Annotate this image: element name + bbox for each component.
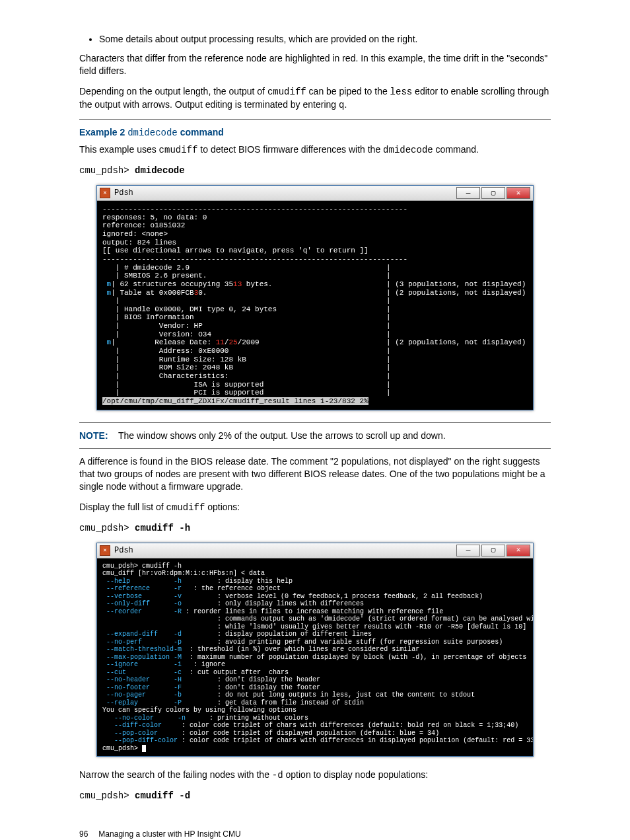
terminal-line: | BIOS Information| <box>102 313 528 322</box>
prompt-cmudiff-h: cmu_pdsh> cmudiff -h <box>79 522 551 535</box>
help-option-line: --expand-diff -d : display population of… <box>102 630 528 638</box>
help-color-option-line: --pop-color : color code triplet of disp… <box>102 730 528 738</box>
terminal-line: | # dmidecode 2.9| <box>102 264 528 272</box>
terminal-window-2: ✕ Pdsh — ▢ ✕ cmu_pdsh> cmudiff -h cmu_di… <box>96 543 534 757</box>
window-title: Pdsh <box>114 545 133 556</box>
help-option-line: --only-diff -o : only display lines with… <box>102 600 528 608</box>
help-option-line: --no-pager -b : do not put long outputs … <box>102 691 528 699</box>
help-option-line: --replay -P : get data from file instead… <box>102 699 528 707</box>
help-option-line: : commands output such as 'dmidecode' (s… <box>102 615 528 623</box>
intro-bullet-list: Some details about output processing res… <box>99 33 551 46</box>
window-titlebar: ✕ Pdsh — ▢ ✕ <box>97 186 533 201</box>
terminal-body[interactable]: cmu_pdsh> cmudiff -h cmu_diff [hr:voR:dp… <box>97 558 533 757</box>
terminal-line: m| Release Date: 11/25/2009| (2 populati… <box>102 338 528 347</box>
help-option-line: --ignore -i : ignore <box>102 661 528 669</box>
note-row: NOTE: The window shows only 2% of the ou… <box>79 430 551 442</box>
terminal-line: | Vendor: HP| <box>102 322 528 330</box>
terminal-line: m| Table at 0x000FCB30.| (2 populations,… <box>102 289 528 297</box>
minimize-button[interactable]: — <box>456 187 480 199</box>
window-title: Pdsh <box>114 188 133 198</box>
prompt-cmudiff-d: cmu_pdsh> cmudiff -d <box>79 790 551 802</box>
example2-heading: Example 2 dmidecode command <box>79 126 551 139</box>
close-button[interactable]: ✕ <box>507 545 530 556</box>
maximize-button[interactable]: ▢ <box>481 545 505 556</box>
help-option-line: --no-perf -p : avoid printing perf and v… <box>102 638 528 646</box>
close-button[interactable]: ✕ <box>507 187 530 199</box>
footer-text: Managing a cluster with HP Insight CMU <box>98 829 240 839</box>
terminal-line: | ISA is supported| <box>102 381 528 389</box>
code-cmudiff: cmudiff <box>267 87 306 97</box>
page-footer: 96Managing a cluster with HP Insight CMU <box>79 829 551 839</box>
help-option-line: --cut -c : cut output after chars <box>102 669 528 677</box>
page-number: 96 <box>79 829 88 839</box>
example2-desc: This example uses cmudiff to detect BIOS… <box>79 143 551 157</box>
note-text: The window shows only 2% of the output. … <box>118 430 446 441</box>
terminal-icon: ✕ <box>100 188 110 198</box>
help-option-line: --no-header -H : don't display the heade… <box>102 676 528 684</box>
terminal-line: | Runtime Size: 128 kB| <box>102 356 528 364</box>
terminal-line: m| 62 structures occupying 3513 bytes.| … <box>102 280 528 289</box>
terminal-line: | PCI is supported| <box>102 389 528 397</box>
terminal-line: || <box>102 297 528 305</box>
help-option-line: --no-footer -F : don't display the foote… <box>102 684 528 692</box>
help-color-option-line: --diff-color : color code triplet of cha… <box>102 722 528 730</box>
para-narrow-search: Narrow the search of the failing nodes w… <box>79 769 551 782</box>
para-chars-differ: Characters that differ from the referenc… <box>79 52 551 77</box>
divider <box>79 448 551 449</box>
terminal-line: | Address: 0xE0000| <box>102 347 528 356</box>
para-display-options: Display the full list of cmudiff options… <box>79 501 551 514</box>
help-color-option-line: --no-color -n : printing without colors <box>102 714 528 722</box>
intro-bullet: Some details about output processing res… <box>99 33 551 46</box>
pager-status: /opt/cmu/tmp/cmu_diff_ZDXiFx/cmudiff_res… <box>102 397 368 405</box>
code-less: less <box>390 87 413 97</box>
terminal-line: | SMBIOS 2.6 present.| <box>102 272 528 280</box>
terminal-line: | ROM Size: 2048 kB| <box>102 363 528 372</box>
help-option-line: --reference -r : the reference object <box>102 585 528 593</box>
maximize-button[interactable]: ▢ <box>481 187 505 199</box>
help-option-line: --match-threshold-m : threshold (in %) o… <box>102 646 528 654</box>
minimize-button[interactable]: — <box>456 545 480 556</box>
terminal-icon: ✕ <box>100 545 110 556</box>
help-color-option-line: --pop-diff-color : color code triplet of… <box>102 737 528 745</box>
para-bios-diff: A difference is found in the BIOS releas… <box>79 455 551 493</box>
divider <box>79 422 551 423</box>
terminal-line: | Version: O34| <box>102 330 528 339</box>
terminal-line: | Characteristics:| <box>102 372 528 381</box>
help-option-line: --max-population -M : maximum number of … <box>102 654 528 662</box>
terminal-window-1: ✕ Pdsh — ▢ ✕ ---------------------------… <box>96 185 534 410</box>
help-option-line: --help -h : display this help <box>102 578 528 586</box>
terminal-body[interactable]: ----------------------------------------… <box>97 201 533 409</box>
window-titlebar: ✕ Pdsh — ▢ ✕ <box>97 543 533 558</box>
help-option-line: --verbose -v : verbose level (0 few feed… <box>102 593 528 601</box>
divider <box>79 119 551 120</box>
para-output-length: Depending on the output length, the outp… <box>79 85 551 112</box>
note-label: NOTE: <box>79 430 108 441</box>
help-option-line: : while 'lsmod' usually gives better res… <box>102 623 528 631</box>
help-option-line: --reorder -R : reorder lines in files to… <box>102 608 528 616</box>
terminal-line: | Handle 0x0000, DMI type 0, 24 bytes| <box>102 305 528 314</box>
prompt-dmidecode: cmu_pdsh> dmidecode <box>79 165 551 177</box>
